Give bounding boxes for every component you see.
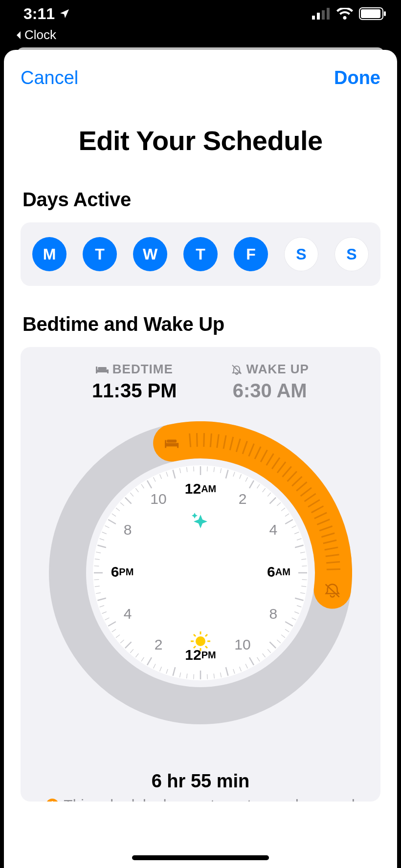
svg-line-124 [94,566,99,566]
bedtime-wakeup-label: Bedtime and Wake Up [4,313,397,335]
svg-text:10: 10 [150,491,166,507]
bell-off-icon [231,364,243,375]
svg-rect-1 [317,13,320,20]
svg-rect-10 [98,367,107,369]
sun-icon [191,631,210,651]
day-toggle-3[interactable]: T [183,237,218,271]
modal-sheet: Cancel Done Edit Your Schedule Days Acti… [4,50,397,868]
page-title: Edit Your Schedule [4,125,397,156]
svg-rect-48 [167,439,177,442]
bed-icon [96,365,109,374]
device-frame: 3:11 Clock Cancel Done Edit Your Schedul… [0,0,401,868]
svg-line-52 [207,466,208,471]
svg-rect-0 [312,16,315,20]
svg-rect-45 [165,443,178,446]
bedtime-value: 11:35 PM [92,380,177,402]
svg-rect-5 [361,9,380,18]
wakeup-column: WAKE UP 6:30 AM [231,362,309,402]
svg-text:10: 10 [234,636,250,652]
wifi-icon [336,8,353,20]
svg-line-74 [302,566,307,566]
day-toggle-5[interactable]: S [284,237,318,271]
wakeup-value: 6:30 AM [231,380,309,402]
back-to-app[interactable]: Clock [0,27,401,47]
svg-rect-6 [384,11,386,16]
svg-rect-7 [96,369,109,372]
svg-text:4: 4 [124,606,132,622]
svg-point-161 [196,636,205,646]
day-toggle-2[interactable]: W [133,237,167,271]
svg-rect-3 [327,8,330,20]
svg-text:2: 2 [239,491,247,507]
chevron-left-icon [15,30,22,40]
day-toggle-0[interactable]: M [32,237,67,271]
cellular-icon [312,8,331,20]
home-indicator[interactable] [132,855,269,860]
svg-line-98 [207,674,208,679]
status-bar: 3:11 [0,0,401,27]
svg-rect-46 [165,440,166,448]
day-toggle-4[interactable]: F [234,237,268,271]
svg-line-122 [94,580,99,580]
svg-line-44 [327,569,340,570]
battery-icon [359,7,386,20]
bedtime-wakeup-card: BEDTIME 11:35 PM WAKE UP 6:30 AM [21,347,380,802]
back-app-label: Clock [24,27,56,43]
day-toggle-6[interactable]: S [334,237,369,271]
svg-rect-8 [96,367,97,373]
sleep-dial[interactable]: 12AM246AM81012PM246PM810 [49,421,352,724]
svg-line-15 [204,433,204,447]
svg-line-100 [194,674,194,679]
svg-text:4: 4 [269,521,278,538]
sheet-navbar: Cancel Done [4,50,397,88]
days-active-label: Days Active [4,189,397,211]
days-selector: MTWTFSS [21,222,380,286]
sleep-duration: 6 hr 55 min [21,771,380,792]
day-toggle-1[interactable]: T [83,237,117,271]
sleep-goal-warning: This schedule does not meet your sleep g… [21,797,380,802]
wakeup-heading: WAKE UP [246,362,309,377]
svg-rect-2 [322,10,325,20]
svg-line-14 [197,433,198,447]
svg-text:8: 8 [124,521,132,538]
location-icon [59,8,70,20]
svg-text:2: 2 [155,636,163,652]
svg-text:8: 8 [269,606,278,622]
svg-line-76 [302,580,307,580]
done-button[interactable]: Done [334,67,380,88]
warning-text: This schedule does not meet your sleep g… [64,797,355,802]
svg-rect-47 [177,443,178,448]
bedtime-column: BEDTIME 11:35 PM [92,362,177,402]
status-time: 3:11 [23,5,55,23]
bedtime-heading: BEDTIME [112,362,173,377]
svg-rect-9 [107,369,109,373]
warning-icon [46,799,59,802]
svg-line-146 [194,466,194,471]
cancel-button[interactable]: Cancel [21,67,78,88]
